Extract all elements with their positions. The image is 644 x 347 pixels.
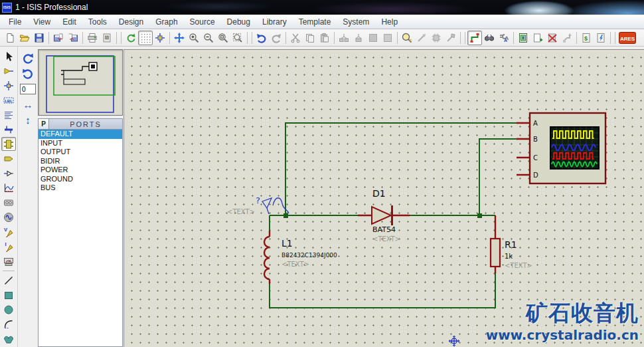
electrical-rule-check-button[interactable] — [594, 31, 608, 45]
menu-design[interactable]: Design — [113, 16, 149, 28]
port-item-bus[interactable]: BUS — [39, 183, 122, 193]
packaging-tool-button[interactable] — [429, 31, 443, 45]
diode-value[interactable]: BAT54 — [372, 225, 396, 234]
ares-icon: ARES — [619, 32, 636, 44]
cut-button[interactable] — [288, 31, 303, 45]
port-item-default[interactable]: DEFAULT — [39, 130, 122, 139]
diode-d1[interactable] — [358, 205, 410, 225]
junction-dot-mode-button[interactable] — [1, 78, 16, 92]
menu-template[interactable]: Template — [293, 16, 337, 28]
subcircuit-mode-button[interactable] — [1, 137, 16, 151]
block-move-button[interactable] — [351, 31, 366, 45]
overview-minimap[interactable] — [38, 49, 123, 116]
decompose-button[interactable] — [443, 31, 458, 45]
port-item-bidir[interactable]: BIDIR — [39, 157, 122, 166]
resistor-value[interactable]: 1k — [505, 253, 513, 260]
menu-graph[interactable]: Graph — [149, 16, 183, 28]
menu-debug[interactable]: Debug — [221, 16, 256, 28]
terminal-mode-button[interactable] — [1, 152, 16, 166]
resistor-r1[interactable] — [491, 215, 500, 273]
rotate-anticlockwise-button[interactable] — [21, 67, 35, 80]
port-item-input[interactable]: INPUT — [39, 139, 122, 148]
menu-library[interactable]: Library — [256, 16, 293, 28]
zoom-all-button[interactable] — [216, 31, 230, 45]
block-copy-button[interactable] — [337, 31, 351, 45]
port-item-ground[interactable]: GROUND — [39, 175, 122, 184]
rotation-angle-input[interactable] — [20, 84, 36, 94]
inductor-ref[interactable]: L1 — [282, 238, 293, 249]
text-script-mode-button[interactable] — [1, 108, 16, 122]
new-sheet-button[interactable] — [530, 31, 545, 45]
menu-file[interactable]: File — [3, 16, 27, 28]
bill-of-materials-button[interactable]: $ — [579, 31, 594, 45]
electrical-rule-check-icon — [596, 33, 606, 43]
2d-arc-mode-button[interactable] — [1, 317, 16, 331]
undo-button[interactable] — [254, 31, 269, 45]
paste-button[interactable] — [317, 31, 332, 45]
block-delete-icon — [382, 33, 393, 43]
redraw-button[interactable] — [123, 31, 138, 45]
redo-button[interactable] — [269, 31, 283, 45]
menu-view[interactable]: View — [27, 16, 56, 28]
export-section-button[interactable] — [66, 31, 80, 45]
bus-mode-button[interactable] — [1, 122, 16, 136]
zoom-out-button[interactable] — [201, 31, 216, 45]
title-bar[interactable]: ISIS 1 - ISIS Professional — [0, 0, 644, 15]
mirror-vertical-button[interactable]: ↕ — [21, 113, 35, 126]
ports-p-button[interactable]: P — [38, 118, 49, 130]
pick-device-button[interactable] — [400, 31, 414, 45]
wire-label-mode-button[interactable]: LBL — [1, 93, 16, 107]
rotate-clockwise-button[interactable] — [21, 52, 35, 65]
current-probe-mode-button[interactable]: I — [1, 239, 16, 253]
import-section-button[interactable] — [51, 31, 66, 45]
new-file-button[interactable] — [3, 31, 17, 45]
inductor-l1[interactable] — [264, 231, 270, 284]
menu-edit[interactable]: Edit — [56, 16, 82, 28]
2d-path-mode-button[interactable] — [1, 332, 16, 346]
make-device-button[interactable] — [414, 31, 429, 45]
toggle-grid-button[interactable] — [138, 31, 153, 45]
voltage-probe-mode-button[interactable]: V — [1, 225, 16, 239]
2d-box-mode-button[interactable] — [1, 288, 16, 302]
mark-output-area-button[interactable] — [100, 31, 114, 45]
port-item-output[interactable]: OUTPUT — [39, 148, 122, 157]
menu-source[interactable]: Source — [184, 16, 221, 28]
generator-mode-button[interactable] — [1, 210, 16, 224]
inductor-value[interactable]: B82432C1394J000 — [282, 252, 337, 259]
ports-header: P PORTS — [38, 118, 123, 130]
2d-line-mode-button[interactable] — [1, 273, 16, 287]
design-explorer-button[interactable] — [516, 31, 530, 45]
pan-button[interactable] — [172, 31, 187, 45]
device-pin-mode-button[interactable] — [1, 166, 16, 180]
oscilloscope[interactable]: A B C D — [517, 113, 605, 183]
2d-circle-mode-button[interactable] — [1, 302, 16, 316]
zoom-in-button[interactable] — [187, 31, 201, 45]
origin-button[interactable] — [153, 31, 167, 45]
search-tag-button[interactable] — [482, 31, 497, 45]
menu-system[interactable]: System — [337, 16, 375, 28]
diode-ref[interactable]: D1 — [372, 188, 386, 199]
block-delete-button[interactable] — [380, 31, 395, 45]
remove-sheet-button[interactable] — [545, 31, 560, 45]
graph-mode-button[interactable] — [1, 181, 16, 195]
block-rotate-button[interactable] — [366, 31, 380, 45]
mirror-horizontal-button[interactable]: ↔ — [21, 98, 35, 111]
menu-help[interactable]: Help — [375, 16, 404, 28]
goto-sheet-button[interactable] — [560, 31, 574, 45]
netlist-to-ares-button[interactable]: ARES — [617, 31, 637, 45]
virtual-instrument-mode-button[interactable] — [1, 254, 16, 268]
component-mode-button[interactable] — [1, 64, 16, 78]
wire-autorouter-button[interactable] — [467, 31, 482, 45]
zoom-area-button[interactable] — [230, 31, 245, 45]
copy-button[interactable] — [303, 31, 317, 45]
open-file-button[interactable] — [17, 31, 32, 45]
resistor-ref[interactable]: R1 — [505, 239, 517, 250]
menu-tools[interactable]: Tools — [82, 16, 113, 28]
selection-mode-button[interactable] — [1, 49, 16, 63]
property-assignment-button[interactable]: A — [497, 31, 511, 45]
save-file-button[interactable] — [32, 31, 46, 45]
schematic-canvas[interactable]: L1 B82432C1394J000 <TEXT> D1 BAT54 <TEXT… — [123, 49, 644, 347]
tape-recorder-mode-button[interactable] — [1, 195, 16, 209]
port-item-power[interactable]: POWER — [39, 166, 122, 175]
print-button[interactable] — [85, 31, 100, 45]
